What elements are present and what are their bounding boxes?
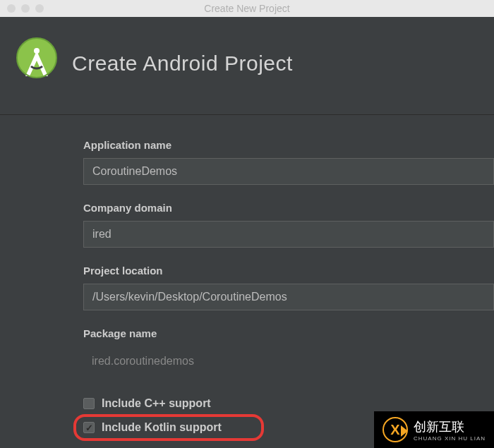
watermark: X 创新互联 CHUANG XIN HU LIAN	[374, 411, 494, 448]
window-controls	[0, 4, 44, 13]
highlight-annotation: Include Kotlin support	[73, 414, 264, 441]
android-studio-icon	[16, 37, 58, 90]
include-kotlin-row[interactable]: Include Kotlin support	[83, 421, 222, 434]
watermark-subtext: CHUANG XIN HU LIAN	[414, 435, 486, 442]
field-app-name: Application name	[83, 139, 494, 185]
project-location-input[interactable]	[83, 284, 494, 310]
window-title: Create New Project	[204, 3, 289, 14]
field-company-domain: Company domain	[83, 202, 494, 248]
close-icon[interactable]	[7, 4, 16, 13]
package-name-label: Package name	[83, 327, 494, 339]
package-name-value: ired.coroutinedemos	[83, 346, 494, 368]
include-kotlin-checkbox[interactable]	[83, 422, 95, 433]
company-domain-input[interactable]	[83, 221, 494, 248]
titlebar: Create New Project	[0, 0, 494, 17]
maximize-icon[interactable]	[35, 4, 44, 13]
watermark-logo-icon: X	[382, 417, 408, 442]
include-cpp-label: Include C++ support	[102, 397, 211, 410]
app-name-input[interactable]	[83, 158, 494, 185]
include-kotlin-label: Include Kotlin support	[102, 421, 222, 434]
form-container: Application name Company domain Project …	[0, 115, 494, 441]
wizard-header: Create Android Project	[0, 17, 494, 115]
field-project-location: Project location	[83, 265, 494, 310]
app-name-label: Application name	[83, 139, 494, 151]
include-cpp-checkbox[interactable]	[83, 398, 95, 409]
minimize-icon[interactable]	[21, 4, 30, 13]
company-domain-label: Company domain	[83, 202, 494, 214]
page-title: Create Android Project	[72, 52, 293, 75]
watermark-text: 创新互联	[414, 418, 486, 435]
field-package-name: Package name ired.coroutinedemos	[83, 327, 494, 368]
project-location-label: Project location	[83, 265, 494, 277]
